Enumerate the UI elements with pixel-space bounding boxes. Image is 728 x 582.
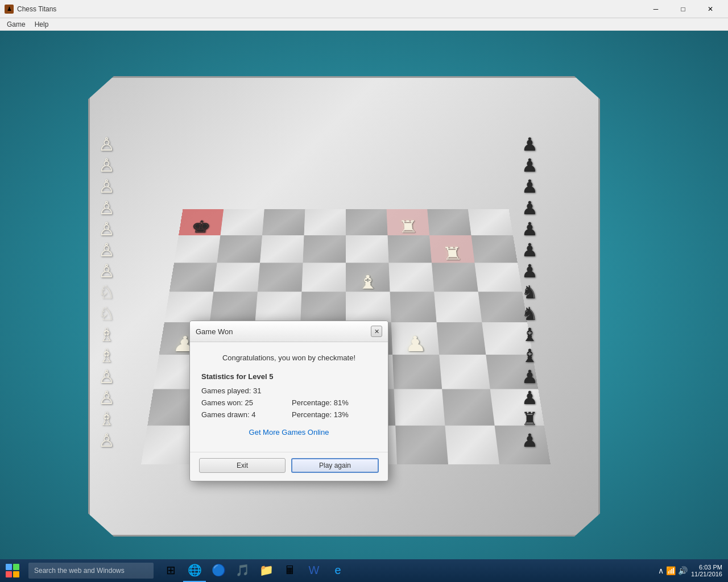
taskbar-chrome-icon[interactable]: 🔵 <box>207 559 230 582</box>
games-drawn-percentage: Percentage: 13% <box>286 410 377 419</box>
dialog-close-button[interactable]: ✕ <box>371 326 382 337</box>
game-won-dialog: Game Won ✕ Congratulations, you won by c… <box>189 321 388 481</box>
search-input[interactable] <box>28 563 154 579</box>
exit-button[interactable]: Exit <box>199 458 286 473</box>
dialog-body: Congratulations, you won by checkmate! S… <box>190 342 388 452</box>
dialog-buttons: Exit Play again <box>190 452 388 481</box>
tray-chevron-icon[interactable]: ∧ <box>658 566 664 575</box>
dialog-titlebar: Game Won ✕ <box>190 321 388 342</box>
menu-bar: Game Help <box>0 18 728 31</box>
taskbar-music-icon[interactable]: 🎵 <box>231 559 254 582</box>
game-area: ♚ ♜ <box>0 31 728 559</box>
window-controls: ─ □ ✕ <box>643 0 723 18</box>
tray-volume-icon[interactable]: 🔊 <box>678 566 688 575</box>
taskbar-apps: ⊞ 🌐 🔵 🎵 📁 🖩 W e <box>157 559 658 582</box>
dialog-title: Game Won <box>196 327 233 336</box>
games-won-label: Games won: 25 <box>201 398 286 407</box>
stats-header: Statistics for Level 5 <box>201 372 377 381</box>
tray-network-icon[interactable]: 📶 <box>666 566 676 575</box>
window-title: Chess Titans <box>17 5 643 13</box>
congratulations-message: Congratulations, you won by checkmate! <box>201 354 377 362</box>
titlebar: ♟ Chess Titans ─ □ ✕ <box>0 0 728 18</box>
clock-time: 6:03 PM <box>691 564 722 571</box>
games-played-label: Games played: 31 <box>201 386 377 395</box>
clock-date: 11/21/2016 <box>691 571 722 577</box>
taskbar-ie-icon[interactable]: e <box>326 559 349 582</box>
taskbar-word-icon[interactable]: W <box>303 559 325 582</box>
taskbar-right: ∧ 📶 🔊 6:03 PM 11/21/2016 <box>658 564 728 577</box>
games-drawn-label: Games drawn: 4 <box>201 410 286 419</box>
taskbar-calc-icon[interactable]: 🖩 <box>279 559 301 582</box>
games-won-row: Games won: 25 Percentage: 81% <box>201 398 377 407</box>
maximize-button[interactable]: □ <box>670 0 696 18</box>
taskbar-folder-icon[interactable]: 📁 <box>255 559 278 582</box>
app-icon: ♟ <box>5 5 14 14</box>
games-played-row: Games played: 31 <box>201 386 377 395</box>
menu-help[interactable]: Help <box>30 19 53 30</box>
play-again-button[interactable]: Play again <box>291 458 379 473</box>
taskbar-view-icon[interactable]: ⊞ <box>159 559 182 582</box>
minimize-button[interactable]: ─ <box>643 0 669 18</box>
games-drawn-row: Games drawn: 4 Percentage: 13% <box>201 410 377 419</box>
get-more-games-link[interactable]: Get More Games Online <box>249 428 329 436</box>
system-tray: ∧ 📶 🔊 <box>658 566 688 575</box>
menu-game[interactable]: Game <box>2 19 30 30</box>
taskbar: ⊞ 🌐 🔵 🎵 📁 🖩 W e ∧ 📶 🔊 6:03 PM 11/21/2016 <box>0 559 728 582</box>
games-won-percentage: Percentage: 81% <box>286 398 377 407</box>
start-button[interactable] <box>0 559 25 582</box>
dialog-overlay: Game Won ✕ Congratulations, you won by c… <box>0 31 728 559</box>
taskbar-edge-icon[interactable]: 🌐 <box>183 559 206 582</box>
close-button[interactable]: ✕ <box>697 0 723 18</box>
windows-logo-icon <box>6 564 19 577</box>
system-clock[interactable]: 6:03 PM 11/21/2016 <box>691 564 722 577</box>
get-more-games-link-container: Get More Games Online <box>201 427 377 437</box>
